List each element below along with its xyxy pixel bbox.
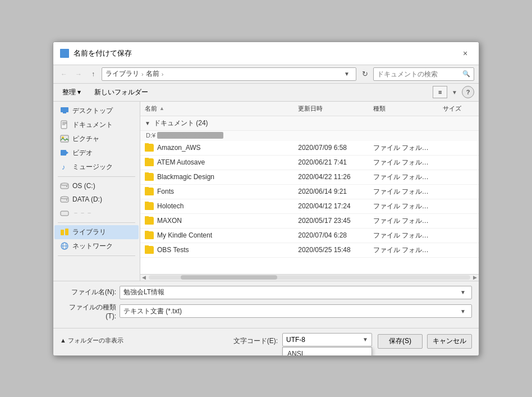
sidebar-sep1 — [58, 176, 135, 177]
save-button[interactable]: 保存(S) — [378, 334, 423, 349]
sidebar-item-library[interactable]: ライブラリ — [54, 225, 139, 239]
sidebar-sep3 — [58, 255, 135, 256]
file-type-cell: ファイル フォルダー — [369, 245, 439, 255]
view-button[interactable]: ≡ — [433, 86, 447, 98]
up-button[interactable]: ↑ — [87, 68, 99, 80]
organize-button[interactable]: 整理 ▾ — [58, 86, 85, 99]
path-documents: 名前 — [146, 69, 159, 79]
group-chevron-icon: ▼ — [145, 120, 150, 126]
filetype-input[interactable]: テキスト文書 (*.txt) ▼ — [120, 304, 472, 318]
svg-rect-17 — [61, 211, 68, 216]
folder-toggle-label: ▲ フォルダーの非表示 — [60, 336, 123, 345]
folder-icon — [145, 173, 154, 181]
new-folder-button[interactable]: 新しいフォルダー — [90, 86, 153, 99]
folder-toggle-button[interactable]: ▲ フォルダーの非表示 — [60, 333, 123, 345]
file-name: Holotech — [157, 202, 184, 210]
table-row[interactable]: Blackmagic Design 2020/04/22 11:26 ファイル … — [140, 170, 479, 185]
file-date-cell: 2020/06/14 9:21 — [293, 187, 368, 196]
filename-input[interactable]: 勉強会LT情報 ▼ — [120, 286, 472, 299]
search-input[interactable] — [377, 70, 462, 78]
scroll-track — [149, 275, 470, 280]
path-dropdown-button[interactable]: ▼ — [341, 68, 352, 80]
file-size-cell — [438, 147, 479, 148]
col-header-type[interactable]: 種類 — [369, 103, 439, 114]
file-type-cell: ファイル フォルダー — [369, 230, 439, 241]
filename-dropdown-arrow[interactable]: ▼ — [458, 289, 468, 295]
view-dropdown-arrow[interactable]: ▼ — [452, 89, 457, 95]
encoding-dropdown-wrapper: UTF-8 ▼ ANSIUTF-16 LEUTF-16 BEUTF-8UTF-8… — [282, 333, 372, 346]
filetype-label: ファイルの種類(T): — [60, 303, 116, 320]
col-header-size[interactable]: サイズ — [438, 103, 479, 114]
file-name-cell: ATEM Autosave — [140, 158, 293, 167]
refresh-button[interactable]: ↻ — [359, 68, 371, 80]
cancel-button[interactable]: キャンセル — [427, 334, 472, 349]
file-type-cell: ファイル フォルダー — [369, 201, 439, 212]
network-icon — [60, 241, 69, 250]
filename-value: 勉強会LT情報 — [123, 288, 458, 297]
table-row[interactable]: Fonts 2020/06/14 9:21 ファイル フォルダー — [140, 185, 479, 199]
nav-bar: ← → ↑ ライブラリ › 名前 › ▼ ↻ 🔍 — [53, 65, 479, 84]
folder-icon — [145, 217, 154, 225]
col-date-label: 更新日時 — [298, 104, 323, 113]
scroll-left-arrow[interactable]: ◀ — [140, 275, 148, 280]
sidebar-item-music[interactable]: ♪ ミュージック — [54, 160, 139, 174]
sidebar-label-music: ミュージック — [72, 162, 113, 172]
sidebar-label-os: OS (C:) — [72, 182, 95, 190]
table-row[interactable]: My Kindle Content 2020/07/04 6:28 ファイル フ… — [140, 229, 479, 243]
file-date-cell: 2020/07/04 6:28 — [293, 231, 368, 240]
sidebar: デスクトップ ドキュメント ピクチャ ビデオ ♪ ミュージック OS (C:) — [53, 102, 140, 281]
back-button[interactable]: ← — [58, 68, 70, 80]
picture-icon — [60, 134, 69, 143]
form-area: ファイル名(N): 勉強会LT情報 ▼ ファイルの種類(T): テキスト文書 (… — [53, 281, 479, 328]
scroll-right-arrow[interactable]: ▶ — [471, 275, 479, 280]
sidebar-item-os[interactable]: OS (C:) — [54, 179, 139, 193]
folder-icon — [145, 158, 154, 166]
sidebar-item-unknown[interactable]: －－－ — [54, 206, 139, 220]
scroll-thumb — [181, 275, 277, 280]
file-name-cell: OBS Tests — [140, 245, 293, 254]
unknown-drive-icon — [60, 208, 69, 217]
svg-marker-9 — [66, 151, 68, 154]
document-icon — [60, 120, 69, 129]
filetype-value: テキスト文書 (*.txt) — [123, 307, 458, 316]
help-button[interactable]: ? — [462, 86, 474, 98]
table-row[interactable]: OBS Tests 2020/05/25 15:48 ファイル フォルダー — [140, 243, 479, 258]
file-name: Blackmagic Design — [157, 173, 214, 181]
file-name-cell: MAXON — [140, 216, 293, 225]
sidebar-item-videos[interactable]: ビデオ — [54, 146, 139, 160]
sidebar-label-videos: ビデオ — [72, 148, 93, 158]
encoding-section: 文字コード(E): UTF-8 ▼ ANSIUTF-16 LEUTF-16 BE… — [233, 333, 372, 346]
group-path: D:¥ XXXXXXXXXXXXXXXX — [140, 131, 479, 141]
col-header-name[interactable]: 名前 ▲ — [140, 103, 293, 114]
encoding-option[interactable]: ANSI — [283, 348, 372, 356]
file-rows-container: Amazon_AWS 2020/07/09 6:58 ファイル フォルダー AT… — [140, 141, 479, 258]
folder-icon — [145, 202, 154, 210]
file-date-cell: 2020/05/25 15:48 — [293, 245, 368, 254]
close-button[interactable]: × — [458, 47, 472, 60]
table-row[interactable]: Holotech 2020/04/12 17:24 ファイル フォルダー — [140, 199, 479, 214]
file-name-cell: Blackmagic Design — [140, 172, 293, 181]
table-row[interactable]: MAXON 2020/05/17 23:45 ファイル フォルダー — [140, 214, 479, 229]
file-date-cell: 2020/04/22 11:26 — [293, 172, 368, 181]
table-row[interactable]: Amazon_AWS 2020/07/09 6:58 ファイル フォルダー — [140, 141, 479, 156]
sidebar-label-desktop: デスクトップ — [72, 106, 113, 116]
sidebar-item-documents[interactable]: ドキュメント — [54, 118, 139, 132]
table-row[interactable]: ATEM Autosave 2020/06/21 7:41 ファイル フォルダー — [140, 156, 479, 170]
sidebar-item-network[interactable]: ネットワーク — [54, 239, 139, 253]
sidebar-item-data[interactable]: DATA (D:) — [54, 193, 139, 206]
filetype-dropdown-arrow[interactable]: ▼ — [458, 308, 468, 314]
sidebar-item-desktop[interactable]: デスクトップ — [54, 104, 139, 118]
col-header-date[interactable]: 更新日時 — [293, 103, 368, 114]
filename-row: ファイル名(N): 勉強会LT情報 ▼ — [60, 286, 472, 299]
encoding-arrow-icon: ▼ — [363, 336, 368, 343]
filetype-row: ファイルの種類(T): テキスト文書 (*.txt) ▼ — [60, 303, 472, 320]
file-size-cell — [438, 191, 479, 192]
sidebar-item-pictures[interactable]: ピクチャ — [54, 132, 139, 146]
horizontal-scrollbar[interactable]: ◀ ▶ — [140, 274, 479, 281]
toolbar: 整理 ▾ 新しいフォルダー ≡ ▼ ? — [53, 84, 479, 102]
music-icon: ♪ — [60, 162, 69, 171]
folder-icon — [145, 246, 154, 254]
forward-button[interactable]: → — [72, 68, 85, 80]
encoding-dropdown[interactable]: UTF-8 ▼ — [282, 333, 372, 346]
library-icon — [60, 227, 69, 236]
